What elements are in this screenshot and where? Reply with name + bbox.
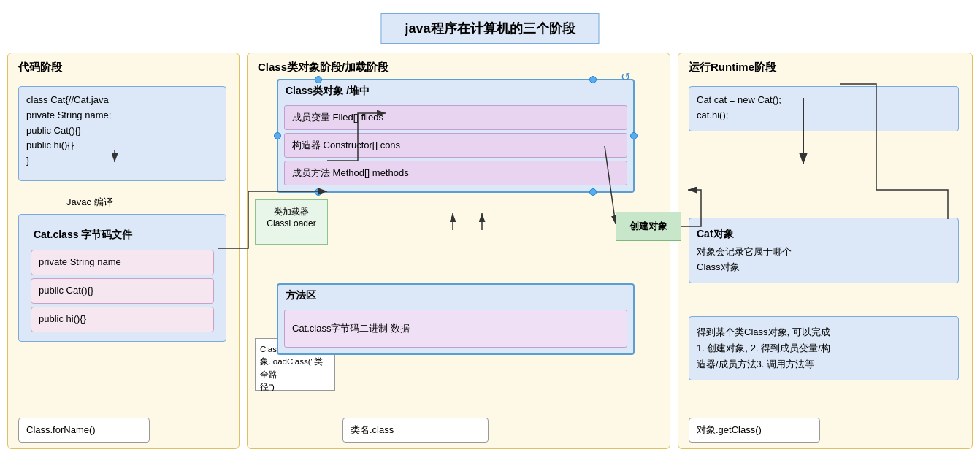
create-object-box: 创建对象 — [616, 212, 681, 241]
method-area-box: 方法区 Cat.class字节码二进制 数据 — [277, 283, 635, 355]
method-area-title: 方法区 — [278, 285, 633, 307]
bytecode-item-1: private String name — [31, 250, 214, 275]
object-getclass-box: 对象.getClass() — [689, 418, 820, 443]
classloader-box: 类加载器 ClassLoader — [255, 199, 328, 245]
get-class-desc: 得到某个类Class对象, 可以完成1. 创建对象, 2. 得到成员变量/构造器… — [697, 324, 951, 372]
classname-class-box: 类名.class — [342, 418, 489, 443]
source-code-box: class Cat{//Cat.java private String name… — [18, 86, 226, 181]
classname-class-label: 类名.class — [351, 423, 394, 438]
dot-br — [589, 188, 597, 196]
cat-object-box: Cat对象 对象会记录它属于哪个Class对象 — [689, 218, 959, 283]
javac-label: Javac 编译 — [66, 196, 113, 209]
cat-new-line1: Cat cat = new Cat(); — [697, 93, 951, 108]
dot-bl — [315, 188, 322, 196]
source-line-2: private String name; — [26, 108, 218, 123]
classloader-label: 类加载器 — [259, 206, 324, 218]
cat-new-line2: cat.hi(); — [697, 108, 951, 123]
class-object-area: ↺ Class类对象 /堆中 成员变量 Filed[] fileds 构造器 C… — [277, 79, 635, 193]
source-line-1: class Cat{//Cat.java — [26, 93, 218, 108]
classforname-label: Class.forName() — [26, 423, 96, 438]
member-row-3: 成员方法 Method[] methods — [284, 161, 627, 185]
bytecode-binary-box: Cat.class字节码二进制 数据 — [284, 310, 627, 348]
dot-ml — [274, 132, 281, 139]
source-line-3: public Cat(){} — [26, 123, 218, 139]
phase-right-title: 运行Runtime阶段 — [689, 61, 776, 74]
phase-middle: Class类对象阶段/加载阶段 类加载器 ClassLoader ClassLo… — [247, 53, 670, 449]
dot-tl — [315, 76, 322, 83]
get-class-box: 得到某个类Class对象, 可以完成1. 创建对象, 2. 得到成员变量/构造器… — [689, 316, 959, 380]
refresh-icon: ↺ — [621, 70, 630, 84]
source-line-5: } — [26, 153, 218, 169]
phase-left-title: 代码阶段 — [18, 61, 62, 74]
bytecode-item-3: public hi(){} — [31, 307, 214, 332]
phase-left: 代码阶段 class Cat{//Cat.java private String… — [7, 53, 240, 449]
member-row-2: 构造器 Constructor[] cons — [284, 133, 627, 158]
classforname-box: Class.forName() — [18, 418, 150, 443]
classloader-label2: ClassLoader — [259, 218, 324, 229]
phase-middle-title: Class类对象阶段/加载阶段 — [258, 61, 388, 74]
dot-tr — [589, 76, 597, 83]
source-line-4: public hi(){} — [26, 138, 218, 153]
bytecode-title: Cat.class 字节码文件 — [26, 221, 218, 247]
object-getclass-label: 对象.getClass() — [697, 423, 762, 438]
bytecode-item-2: public Cat(){} — [31, 278, 214, 304]
dot-mr — [630, 132, 638, 139]
cat-new-box: Cat cat = new Cat(); cat.hi(); — [689, 86, 959, 131]
main-title: java程序在计算机的三个阶段 — [380, 13, 599, 44]
phase-right: 运行Runtime阶段 Cat cat = new Cat(); cat.hi(… — [678, 53, 973, 449]
create-object-label: 创建对象 — [629, 220, 667, 233]
bytecode-box: Cat.class 字节码文件 private String name publ… — [18, 214, 226, 342]
class-object-title: Class类对象 /堆中 — [278, 80, 633, 102]
cat-object-title: Cat对象 — [697, 226, 951, 242]
member-row-1: 成员变量 Filed[] fileds — [284, 105, 627, 130]
cat-object-desc: 对象会记录它属于哪个Class对象 — [697, 245, 951, 275]
